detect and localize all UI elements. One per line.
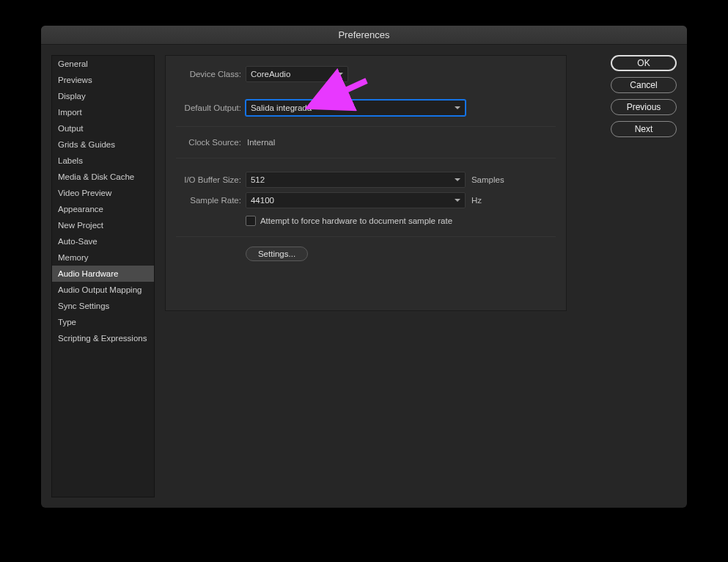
chevron-down-icon bbox=[455, 199, 460, 202]
next-button[interactable]: Next bbox=[611, 121, 677, 137]
cancel-button[interactable]: Cancel bbox=[611, 77, 677, 93]
window-title: Preferences bbox=[338, 29, 389, 40]
audio-hardware-panel: Device Class: CoreAudio Default Output: … bbox=[165, 55, 567, 311]
dialog-buttons: OK Cancel Previous Next bbox=[577, 55, 677, 497]
settings-button[interactable]: Settings... bbox=[246, 247, 308, 261]
default-output-label: Default Output: bbox=[176, 103, 246, 112]
window-titlebar: Preferences bbox=[41, 26, 687, 45]
main-area: Device Class: CoreAudio Default Output: … bbox=[165, 55, 567, 497]
sidebar-item-audio-output-mapping[interactable]: Audio Output Mapping bbox=[52, 282, 154, 298]
sample-rate-value: 44100 bbox=[251, 196, 274, 205]
sidebar-item-display[interactable]: Display bbox=[52, 88, 154, 104]
device-class-label: Device Class: bbox=[176, 70, 246, 79]
preferences-window: Preferences GeneralPreviewsDisplayImport… bbox=[41, 26, 687, 508]
sidebar-item-scripting-expressions[interactable]: Scripting & Expressions bbox=[52, 330, 154, 346]
default-output-value: Salida integrada bbox=[251, 103, 312, 112]
sidebar-item-import[interactable]: Import bbox=[52, 104, 154, 120]
sidebar-item-type[interactable]: Type bbox=[52, 314, 154, 330]
sidebar-item-new-project[interactable]: New Project bbox=[52, 217, 154, 233]
previous-button[interactable]: Previous bbox=[611, 99, 677, 115]
sidebar-item-appearance[interactable]: Appearance bbox=[52, 201, 154, 217]
device-class-value: CoreAudio bbox=[251, 70, 290, 79]
io-buffer-label: I/O Buffer Size: bbox=[176, 175, 246, 184]
sidebar-item-output[interactable]: Output bbox=[52, 120, 154, 136]
sidebar-item-auto-save[interactable]: Auto-Save bbox=[52, 233, 154, 249]
sample-rate-label: Sample Rate: bbox=[176, 196, 246, 205]
force-hw-label: Attempt to force hardware to document sa… bbox=[260, 216, 452, 225]
sidebar-item-general[interactable]: General bbox=[52, 56, 154, 72]
divider bbox=[176, 236, 556, 237]
io-buffer-dropdown[interactable]: 512 bbox=[246, 172, 466, 188]
chevron-down-icon bbox=[337, 73, 343, 76]
sidebar-item-grids-guides[interactable]: Grids & Guides bbox=[52, 136, 154, 153]
sidebar-item-sync-settings[interactable]: Sync Settings bbox=[52, 298, 154, 314]
default-output-dropdown[interactable]: Salida integrada bbox=[246, 100, 466, 116]
ok-button[interactable]: OK bbox=[611, 55, 677, 71]
sidebar-item-labels[interactable]: Labels bbox=[52, 153, 154, 169]
sidebar-item-audio-hardware[interactable]: Audio Hardware bbox=[52, 266, 154, 282]
force-hw-checkbox[interactable] bbox=[246, 216, 256, 226]
sidebar-item-media-disk-cache[interactable]: Media & Disk Cache bbox=[52, 169, 154, 185]
divider bbox=[176, 158, 556, 158]
clock-source-label: Clock Source: bbox=[176, 138, 246, 147]
device-class-dropdown[interactable]: CoreAudio bbox=[246, 66, 348, 82]
chevron-down-icon bbox=[455, 106, 460, 109]
sidebar-item-video-preview[interactable]: Video Preview bbox=[52, 185, 154, 201]
clock-source-value: Internal bbox=[246, 138, 275, 147]
divider bbox=[176, 126, 556, 127]
sidebar-item-memory[interactable]: Memory bbox=[52, 249, 154, 266]
preferences-sidebar: GeneralPreviewsDisplayImportOutputGrids … bbox=[51, 55, 155, 497]
chevron-down-icon bbox=[455, 178, 460, 181]
sample-rate-dropdown[interactable]: 44100 bbox=[246, 192, 466, 208]
io-buffer-value: 512 bbox=[251, 175, 265, 184]
io-buffer-unit: Samples bbox=[471, 175, 504, 184]
sidebar-item-previews[interactable]: Previews bbox=[52, 72, 154, 88]
window-body: GeneralPreviewsDisplayImportOutputGrids … bbox=[41, 45, 687, 508]
sample-rate-unit: Hz bbox=[471, 196, 482, 205]
